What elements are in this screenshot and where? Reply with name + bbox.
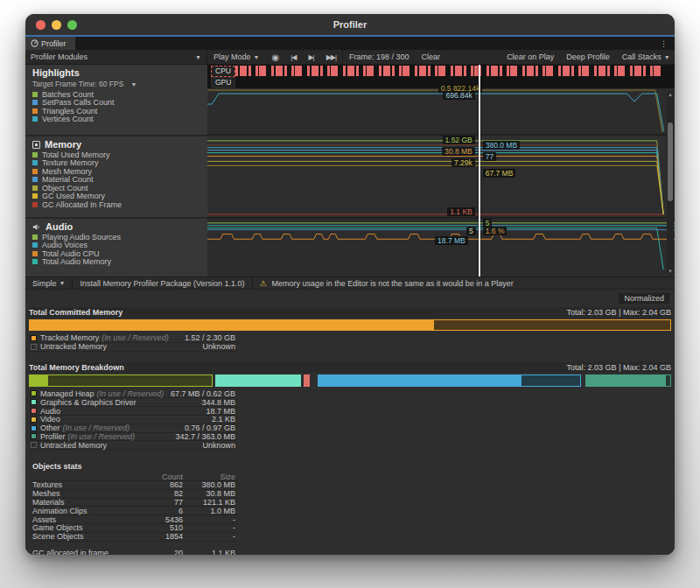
chart-area[interactable]: CPU GPU 0.5 822.14k 696.84k: [207, 65, 675, 276]
legend-row-untracked-memory[interactable]: Untracked Memory Unknown: [29, 343, 237, 352]
table-row-gc-allocated[interactable]: GC allocated in frame201.1 KB: [29, 550, 237, 555]
legend-swatch: [32, 193, 38, 199]
legend-item-object-count[interactable]: Object Count: [25, 184, 207, 192]
profiler-main-area: Highlights Target Frame Time: 60 FPS ▼ B…: [25, 65, 675, 276]
committed-memory-header: Total Committed Memory Total: 2.03 GB | …: [29, 307, 671, 318]
selected-frame-playhead[interactable]: [479, 65, 480, 276]
module-audio-title[interactable]: Audio: [25, 219, 207, 233]
legend-item-batches-count[interactable]: Batches Count: [25, 90, 207, 99]
legend-item-gc-allocated-in-frame[interactable]: GC Allocated In Frame: [25, 200, 207, 209]
chart-value-label: 30.8 MB: [442, 147, 475, 156]
legend-item-vertices-count[interactable]: Vertices Count: [25, 116, 207, 124]
legend-item-audio-voices[interactable]: Audio Voices: [25, 242, 207, 250]
legend-swatch: [31, 344, 37, 350]
legend-swatch: [31, 433, 37, 439]
committed-memory-totals: Total: 2.03 GB | Max: 2.04 GB: [567, 308, 671, 317]
module-highlights-title[interactable]: Highlights: [25, 65, 207, 79]
legend-swatch: [32, 116, 38, 122]
cpu-track-button[interactable]: CPU: [211, 66, 235, 77]
warning-icon: ⚠: [260, 279, 267, 288]
chart-value-label: 67.7 MB: [483, 169, 516, 178]
install-memory-profiler-link[interactable]: Install Memory Profiler Package (Version…: [73, 277, 252, 289]
chart-scrollbar[interactable]: ▲ ▼: [667, 91, 674, 275]
legend-item-playing-audio-sources[interactable]: Playing Audio Sources: [25, 233, 207, 242]
legend-swatch: [32, 177, 38, 182]
legend-item-total-used-memory[interactable]: Total Used Memory: [25, 150, 207, 159]
module-memory-title[interactable]: Memory: [25, 136, 207, 150]
record-button[interactable]: ◉: [265, 50, 284, 64]
gpu-track-button[interactable]: GPU: [211, 77, 235, 88]
legend-swatch: [32, 160, 38, 165]
profiler-window: Profiler Profiler ⋮ Profiler Modules ▼ P…: [25, 14, 675, 555]
tab-profiler[interactable]: Profiler: [25, 37, 75, 50]
committed-memory-bar[interactable]: [29, 319, 671, 331]
segment-graphics[interactable]: [215, 374, 301, 387]
chevron-down-icon: ▼: [195, 54, 201, 60]
legend-swatch: [32, 169, 38, 174]
details-view-dropdown[interactable]: Simple ▼: [25, 277, 73, 289]
legend-item-gc-used-memory[interactable]: GC Used Memory: [25, 192, 207, 201]
normalized-toggle[interactable]: Normalized: [619, 293, 669, 304]
legend-item-total-audio-memory[interactable]: Total Audio Memory: [25, 258, 207, 267]
clear-button[interactable]: Clear: [416, 50, 447, 64]
chart-value-label: 77: [483, 152, 496, 161]
frame-indicator: Frame: 198 / 300: [343, 50, 416, 64]
legend-row-untracked[interactable]: Untracked Memory Unknown: [29, 441, 237, 450]
legend-swatch: [32, 242, 38, 248]
highlights-chart[interactable]: 0.5 822.14k 696.84k: [207, 88, 675, 134]
target-frame-time-dropdown[interactable]: Target Frame Time: 60 FPS ▼: [25, 79, 207, 90]
main-toolbar: Profiler Modules ▼ Play Mode ▼ ◉ |◀ ▶| ▶…: [25, 50, 675, 65]
profiler-modules-dropdown[interactable]: Profiler Modules ▼: [25, 50, 207, 64]
legend-swatch: [31, 399, 37, 405]
titlebar[interactable]: Profiler: [25, 14, 675, 35]
legend-swatch: [32, 186, 38, 191]
segment-audio[interactable]: [304, 374, 310, 387]
clear-on-play-toggle[interactable]: Clear on Play: [500, 50, 560, 64]
memory-chart[interactable]: 1.52 GB 380.0 MB 30.8 MB 77 7.29k 67.7 M…: [207, 134, 675, 217]
next-frame-button[interactable]: ▶|: [302, 50, 319, 64]
scroll-up-icon[interactable]: ▲: [668, 91, 673, 98]
objects-stats-table: Count Size Textures862380.0 MB Meshes823…: [29, 472, 237, 555]
module-audio[interactable]: Audio Playing Audio Sources Audio Voices…: [25, 219, 207, 276]
module-highlights[interactable]: Highlights Target Frame Time: 60 FPS ▼ B…: [25, 65, 207, 135]
legend-item-triangles-count[interactable]: Triangles Count: [25, 107, 207, 116]
segment-managed-heap[interactable]: [29, 374, 213, 387]
legend-item-material-count[interactable]: Material Count: [25, 176, 207, 185]
legend-swatch: [32, 100, 38, 105]
legend-item-total-audio-cpu[interactable]: Total Audio CPU: [25, 249, 207, 258]
memory-chart-lines: [207, 136, 675, 217]
editor-memory-warning: ⚠ Memory usage in the Editor is not the …: [253, 277, 521, 289]
details-toolbar: Simple ▼ Install Memory Profiler Package…: [25, 276, 675, 290]
deep-profile-toggle[interactable]: Deep Profile: [560, 50, 616, 64]
legend-item-texture-memory[interactable]: Texture Memory: [25, 159, 207, 168]
cpu-frame-bars[interactable]: [235, 66, 666, 76]
memory-details-pane: Normalized Total Committed Memory Total:…: [25, 290, 675, 555]
segment-profiler[interactable]: [585, 374, 671, 387]
module-memory[interactable]: Memory Total Used Memory Texture Memory …: [25, 136, 207, 217]
legend-swatch: [31, 408, 37, 414]
chart-value-label: 1.1 KB: [447, 207, 475, 216]
play-mode-dropdown[interactable]: Play Mode ▼: [207, 50, 265, 64]
memory-breakdown-totals: Total: 2.03 GB | Max: 2.04 GB: [567, 363, 671, 372]
chart-value-label: 380.0 MB: [483, 141, 520, 150]
chart-value-label: 1.52 GB: [443, 136, 475, 144]
scrollbar-thumb[interactable]: [668, 122, 673, 201]
legend-swatch: [32, 259, 38, 264]
table-row-scene-objects[interactable]: Scene Objects1854-: [29, 533, 237, 542]
legend-item-setpass-calls-count[interactable]: SetPass Calls Count: [25, 99, 207, 108]
legend-item-mesh-memory[interactable]: Mesh Memory: [25, 167, 207, 176]
call-stacks-dropdown[interactable]: Call Stacks ▼: [616, 50, 675, 64]
chevron-down-icon: ▼: [664, 54, 670, 60]
previous-frame-button[interactable]: |◀: [284, 50, 302, 64]
chart-value-label: 5: [466, 227, 476, 235]
window-title: Profiler: [25, 19, 675, 30]
memory-breakdown-bar[interactable]: [29, 374, 671, 387]
legend-swatch: [32, 251, 38, 256]
current-frame-button[interactable]: ▶▶|: [320, 50, 343, 64]
segment-other[interactable]: [318, 374, 581, 387]
scroll-down-icon[interactable]: ▼: [668, 268, 673, 275]
tab-kebab-menu-icon[interactable]: ⋮: [653, 37, 675, 50]
legend-swatch: [31, 425, 37, 431]
audio-chart[interactable]: 5 5 1.6 % 18.7 MB: [207, 217, 675, 275]
legend-swatch: [31, 390, 37, 396]
